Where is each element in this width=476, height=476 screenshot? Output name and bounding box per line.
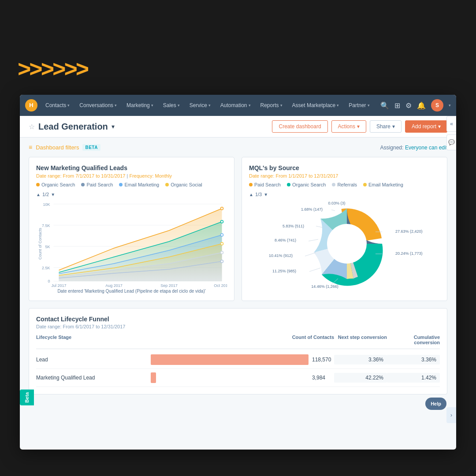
svg-line-46 — [331, 210, 335, 211]
beta-side-button[interactable]: Beta — [20, 390, 34, 405]
arrows-symbol: >>>>>> — [18, 57, 87, 80]
legend-dot-icon — [165, 183, 169, 186]
funnel-bar-fill-lead — [151, 354, 309, 365]
actions-button[interactable]: Actions ▾ — [331, 120, 366, 133]
create-dashboard-button[interactable]: Create dashboard — [272, 120, 327, 133]
chevron-down-icon: ▾ — [67, 103, 70, 108]
legend-referrals: Referrals — [332, 182, 357, 187]
chevron-down-icon: ▾ — [115, 103, 117, 108]
chart-next-icon[interactable]: ▼ — [51, 192, 55, 197]
nav-right: 🔍 ⊞ ⚙ 🔔 S ▾ — [380, 99, 451, 112]
svg-point-22 — [221, 242, 223, 245]
svg-text:10.41% (912): 10.41% (912) — [268, 253, 292, 258]
svg-line-45 — [316, 226, 323, 227]
svg-text:H: H — [29, 102, 33, 108]
legend-organic-social: Organic Social — [165, 182, 202, 187]
legend-paid-search: Paid Search — [81, 182, 113, 187]
settings-icon[interactable]: ⚙ — [405, 101, 412, 110]
title-chevron-icon[interactable]: ▾ — [112, 123, 115, 130]
assigned-area: Assigned: Everyone can edit — [380, 144, 447, 151]
svg-line-42 — [309, 268, 320, 271]
funnel-value-mql: 3,984 — [312, 375, 334, 381]
svg-point-23 — [221, 251, 223, 254]
chart2-legend: Paid Search Organic Search Referrals Ema… — [249, 182, 440, 187]
svg-text:8.46% (741): 8.46% (741) — [274, 238, 296, 242]
help-button[interactable]: Help — [425, 398, 446, 410]
funnel-col-stage: Lifecycle Stage — [36, 335, 151, 345]
legend-paid-search: Paid Search — [249, 182, 281, 187]
chart1-legend: Organic Search Paid Search Email Marketi… — [36, 182, 227, 187]
svg-text:14.46% (1,266): 14.46% (1,266) — [311, 284, 338, 289]
nav-marketing[interactable]: Marketing ▾ — [122, 100, 158, 111]
legend-dot-icon — [119, 183, 123, 186]
svg-text:0: 0 — [48, 279, 50, 283]
legend-organic-search: Organic Search — [287, 182, 326, 187]
nav-asset-marketplace[interactable]: Asset Marketplace ▾ — [288, 100, 344, 111]
user-avatar[interactable]: S — [431, 99, 443, 112]
filter-lines-icon: ≡ — [29, 144, 32, 151]
nav-contacts[interactable]: Contacts ▾ — [41, 100, 74, 111]
share-button[interactable]: Share ▾ — [370, 120, 402, 133]
svg-text:2.5K: 2.5K — [42, 266, 50, 270]
chart-prev-icon[interactable]: ▲ — [36, 192, 41, 197]
svg-text:Oct 2017: Oct 2017 — [214, 283, 227, 288]
filters-bar: ≡ Dashboard filters BETA Assigned: Every… — [29, 144, 447, 151]
funnel-bar-mql: 3,984 — [151, 372, 334, 383]
nav-reports[interactable]: Reports ▾ — [256, 100, 287, 111]
nav-items: Contacts ▾ Conversations ▾ Marketing ▾ S… — [41, 100, 380, 111]
filters-left: ≡ Dashboard filters BETA — [29, 144, 100, 151]
svg-text:Jul 2017: Jul 2017 — [51, 283, 66, 288]
donut-chart: 27.63% (2,420) 20.24% (1,773) 14.46% (1,… — [249, 200, 440, 288]
add-report-button[interactable]: Add report ▾ — [405, 120, 447, 133]
account-chevron-icon[interactable]: ▾ — [449, 103, 451, 108]
legend-dot-icon — [363, 183, 367, 186]
add-report-chevron-icon: ▾ — [438, 123, 441, 130]
legend-dot-icon — [249, 183, 253, 186]
svg-point-24 — [221, 260, 223, 263]
funnel-cumulative-lead: 3.36% — [387, 355, 440, 364]
nav-conversations[interactable]: Conversations ▾ — [75, 100, 121, 111]
header-actions: Create dashboard Actions ▾ Share ▾ Add r… — [272, 120, 447, 133]
nav-service[interactable]: Service ▾ — [185, 100, 215, 111]
svg-point-20 — [221, 220, 223, 223]
chart2-next-icon[interactable]: ▼ — [264, 192, 268, 197]
assigned-value[interactable]: Everyone can edit — [405, 145, 447, 151]
svg-text:11.25% (985): 11.25% (985) — [272, 269, 296, 273]
line-chart: 10K 7.5K 5K 2.5K 0 Count of Contacts — [36, 200, 227, 288]
mqls-line-chart-card: New Marketing Qualified Leads Date range… — [29, 157, 234, 301]
svg-point-19 — [221, 207, 223, 210]
chart2-date: Date range: From 1/1/2017 to 12/31/2017 — [249, 173, 440, 178]
chart2-prev-icon[interactable]: ▲ — [249, 192, 253, 197]
nav-sales[interactable]: Sales ▾ — [159, 100, 184, 111]
chevron-down-icon: ▾ — [280, 103, 283, 108]
chat-bubble-button[interactable]: 💬 — [446, 134, 456, 150]
sidebar-collapse-button[interactable]: « — [446, 116, 456, 132]
hubspot-logo-icon[interactable]: H — [25, 99, 37, 112]
svg-point-29 — [327, 224, 367, 264]
grid-icon[interactable]: ⊞ — [394, 101, 400, 110]
share-chevron-icon: ▾ — [392, 123, 395, 130]
nav-automation[interactable]: Automation ▾ — [216, 100, 255, 111]
svg-line-44 — [309, 239, 318, 241]
svg-text:5K: 5K — [45, 245, 50, 249]
legend-dot-icon — [287, 183, 290, 186]
chevron-down-icon: ▾ — [178, 103, 180, 108]
dashboard-filters-label[interactable]: Dashboard filters — [36, 144, 79, 151]
funnel-table-header: Lifecycle Stage Count of Contacts Next s… — [36, 335, 440, 349]
next-page-arrow[interactable]: › — [446, 407, 456, 423]
funnel-date: Date range: From 6/1/2017 to 12/31/2017 — [36, 324, 440, 329]
legend-dot-icon — [81, 183, 85, 186]
svg-text:20.24% (1,773): 20.24% (1,773) — [395, 251, 423, 256]
funnel-col-cumulative: Cumulative conversion — [387, 335, 440, 345]
search-icon[interactable]: 🔍 — [380, 101, 389, 110]
chart1-title: New Marketing Qualified Leads — [36, 164, 227, 171]
bell-icon[interactable]: 🔔 — [417, 101, 426, 110]
svg-text:Count of Contacts: Count of Contacts — [38, 227, 42, 260]
chart1-pagination: ▲ 1/2 ▼ — [36, 192, 227, 197]
page-header: ☆ Lead Generation ▾ Create dashboard Act… — [20, 116, 456, 138]
funnel-card: Contact Lifecycle Funnel Date range: Fro… — [29, 308, 447, 394]
nav-partner[interactable]: Partner ▾ — [344, 100, 374, 111]
funnel-col-count: Count of Contacts — [151, 335, 334, 345]
favorite-star-icon[interactable]: ☆ — [29, 123, 35, 131]
beta-badge: BETA — [82, 144, 100, 151]
